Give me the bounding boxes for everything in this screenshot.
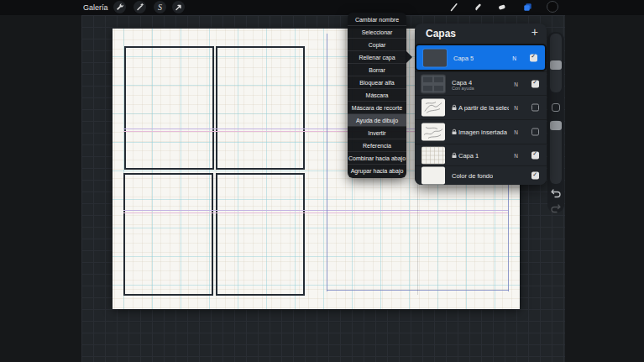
selection-button[interactable]: S [154,1,166,13]
menu-item-mask[interactable]: Máscara [348,89,406,102]
layer-thumbnail [421,123,445,141]
procreate-app: Galería S [0,0,644,362]
lock-icon [452,152,457,158]
comic-panel-bottom-right [216,173,305,296]
layer-thumbnail [421,75,445,92]
layer-thumbnail [421,146,445,164]
blend-mode-button[interactable]: N [514,152,518,158]
wrench-icon [115,3,124,12]
redo-icon [550,202,562,213]
menu-item-drawing-assist[interactable]: Ayuda de dibujo [348,114,406,127]
add-layer-button[interactable]: + [531,25,538,39]
layer-thumbnail [421,99,445,117]
layer-visibility-checkbox[interactable] [531,172,539,180]
menu-item-alpha-lock[interactable]: Bloquear alfa [348,76,406,89]
vertical-gray-guide [417,182,418,295]
sketch-preview [421,99,445,117]
layer-visibility-checkbox[interactable] [531,104,539,112]
undo-icon [550,187,562,198]
eraser-tool-button[interactable] [495,1,508,13]
lock-icon [452,105,457,111]
layer-thumbnail [423,49,447,66]
layer-visibility-checkbox[interactable] [531,151,539,159]
selection-s-icon: S [158,3,162,12]
transform-arrow-icon [174,3,183,12]
layers-panel-button[interactable] [521,1,534,13]
layer-visibility-checkbox[interactable] [531,129,539,136]
lock-icon [452,129,457,135]
layer-thumbnail [421,167,445,185]
layer-name: Capa 1 [458,151,479,159]
menu-item-combine-down[interactable]: Agrupar hacia abajo [348,165,406,177]
brush-icon [449,3,458,12]
layers-panel: Capas + Capa 5 N Capa 4 Con ayuda N [415,24,547,185]
sketch-preview [421,123,445,141]
layer-visibility-checkbox[interactable] [531,80,539,87]
menu-pointer-arrow [406,50,412,64]
layer-name: Imagen insertada [458,129,507,136]
menu-item-fill-layer[interactable]: Rellenar capa [348,51,406,64]
menu-item-reference[interactable]: Referencia [348,139,406,152]
comic-panel-bottom-left [123,173,213,296]
menu-item-clipping-mask[interactable]: Máscara de recorte [348,102,406,114]
adjustments-button[interactable] [134,1,146,13]
layer-visibility-checkbox[interactable] [530,54,537,61]
magic-wand-icon [135,3,144,12]
layer-name: A partir de la selecci... [458,104,509,112]
layer-row-from-selection[interactable]: A partir de la selecci... N [415,95,547,119]
menu-item-rename[interactable]: Cambiar nombre [348,13,406,26]
horizontal-pink-guide [123,210,508,213]
layer-row-inserted-image[interactable]: Imagen insertada N [415,119,547,144]
top-toolbar: Galería S [0,0,644,15]
layer-name: Capa 4 [452,78,472,86]
menu-item-copy[interactable]: Copiar [348,39,406,51]
blend-mode-button[interactable]: N [512,55,516,60]
transform-button[interactable] [172,1,185,13]
menu-item-clear[interactable]: Borrar [348,64,406,76]
layers-panel-title: Capas [426,28,456,39]
smudge-tool-button[interactable] [471,1,484,13]
undo-button[interactable] [550,186,562,197]
menu-item-merge-down[interactable]: Combinar hacia abajo [348,152,406,165]
brush-opacity-slider-handle[interactable] [550,121,562,130]
eraser-icon [497,3,506,12]
layer-row-capa4[interactable]: Capa 4 Con ayuda N [415,71,547,95]
layer-name: Color de fondo [452,172,493,180]
brush-tool-button[interactable] [448,1,460,13]
brush-size-slider-handle[interactable] [550,60,562,70]
color-picker-button[interactable] [547,1,558,13]
comic-panel-top-right [216,46,305,170]
layer-row-background-color[interactable]: Color de fondo [415,165,547,185]
actions-button[interactable] [113,1,126,13]
layers-icon [523,3,532,12]
layer-row-capa5[interactable]: Capa 5 N [415,44,547,71]
layer-name: Capa 5 [453,54,474,61]
layers-panel-header: Capas + [415,24,547,44]
smudge-finger-icon [473,3,482,12]
blend-mode-button[interactable]: N [514,105,518,111]
layer-context-menu: Cambiar nombre Seleccionar Copiar Rellen… [348,13,406,178]
gallery-button[interactable]: Galería [83,3,108,12]
modify-button[interactable] [552,103,560,112]
blend-mode-button[interactable]: N [514,81,518,87]
menu-item-invert[interactable]: Invertir [348,127,406,139]
redo-button[interactable] [550,202,562,212]
sidebar-rail [547,32,564,212]
menu-item-select[interactable]: Seleccionar [348,26,406,39]
vertical-margin-guide [327,34,327,291]
layer-subtitle: Con ayuda [452,86,474,91]
layer-row-capa1[interactable]: Capa 1 N [415,144,547,165]
comic-panel-top-left [124,46,214,170]
blend-mode-button[interactable]: N [514,129,518,135]
